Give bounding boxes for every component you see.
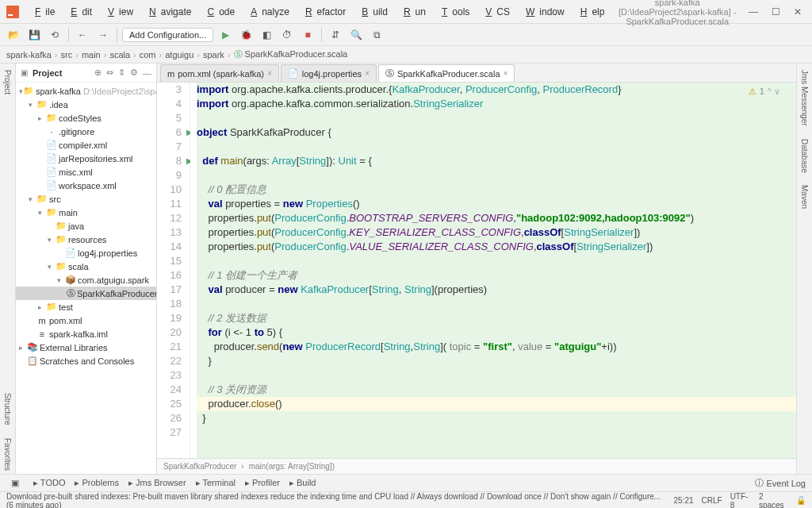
tool-tab-structure[interactable]: Structure xyxy=(3,390,12,429)
code-line[interactable]: } xyxy=(197,411,796,425)
menu-analyze[interactable]: Analyze xyxy=(241,5,294,19)
tree-item[interactable]: ▾📁.idea xyxy=(16,98,156,111)
tool-tab-jms[interactable]: Jms Messenger xyxy=(800,67,809,129)
tree-item[interactable]: ▸📚External Libraries xyxy=(16,341,156,354)
tool-problems[interactable]: ▸ Problems xyxy=(75,478,119,488)
tree-item[interactable]: ▾📦com.atguigu.spark xyxy=(16,273,156,287)
tree-item[interactable]: 📄misc.xml xyxy=(16,165,156,179)
back-icon[interactable]: ← xyxy=(74,26,91,44)
tree-item[interactable]: mpom.xml xyxy=(16,314,156,327)
code-editor[interactable]: 3456▶78▶91011121314151617181920212223242… xyxy=(157,83,796,458)
menu-tools[interactable]: Tools xyxy=(432,5,474,19)
tool-terminal[interactable]: ▸ Terminal xyxy=(196,478,236,488)
breadcrumb-item[interactable]: spark xyxy=(203,50,224,60)
crumb-class[interactable]: SparkKafkaProducer xyxy=(163,462,236,471)
tree-item[interactable]: ▾📁spark-kafka D:\IdeaProject2\spark-ka xyxy=(16,84,156,98)
stop-icon[interactable]: ■ xyxy=(299,26,316,44)
collapse-all-icon[interactable]: ⇕ xyxy=(118,67,125,78)
code-line[interactable]: // 3 关闭资源 xyxy=(197,383,796,397)
menu-refactor[interactable]: Refactor xyxy=(296,5,350,19)
menu-view[interactable]: View xyxy=(98,5,138,19)
menu-help[interactable]: Help xyxy=(571,5,610,19)
code-line[interactable]: producer.close() xyxy=(197,397,796,411)
code-line[interactable]: def main(args: Array[String]): Unit = { xyxy=(197,154,796,168)
tree-item[interactable]: 📄log4j.properties xyxy=(16,246,156,260)
file-encoding[interactable]: UTF-8 xyxy=(730,492,751,509)
menu-window[interactable]: Window xyxy=(516,5,569,19)
code-line[interactable]: // 2 发送数据 xyxy=(197,311,796,325)
breadcrumb-item[interactable]: src xyxy=(61,50,73,60)
vcs-icon[interactable]: ⇵ xyxy=(327,26,344,44)
menu-code[interactable]: Code xyxy=(197,5,239,19)
tree-item[interactable]: ≡spark-kafka.iml xyxy=(16,327,156,341)
code-line[interactable]: properties.put(ProducerConfig.BOOTSTRAP_… xyxy=(197,211,796,225)
tool-profiler[interactable]: ▸ Profiler xyxy=(245,478,280,488)
status-message[interactable]: Download pre-built shared indexes: Pre-b… xyxy=(6,492,665,509)
tree-item[interactable]: 📄jarRepositories.xml xyxy=(16,152,156,165)
code-line[interactable]: producer.send(new ProducerRecord[String,… xyxy=(197,340,796,354)
readonly-icon[interactable]: 🔓 xyxy=(796,496,806,505)
code-line[interactable] xyxy=(197,425,796,440)
code-line[interactable]: val producer = new KafkaProducer[String,… xyxy=(197,283,796,297)
code-line[interactable] xyxy=(197,168,796,183)
menu-edit[interactable]: Edit xyxy=(61,5,97,19)
line-separator[interactable]: CRLF xyxy=(702,496,722,505)
code-line[interactable]: } xyxy=(197,354,796,368)
tool-tab-project[interactable]: Project xyxy=(3,67,12,98)
code-line[interactable]: import org.apache.kafka.clients.producer… xyxy=(197,83,796,97)
tool-tab-database[interactable]: Database xyxy=(800,136,809,176)
coverage-icon[interactable]: ◧ xyxy=(258,26,275,44)
breadcrumb-item[interactable]: spark-kafka xyxy=(6,50,52,60)
tree-item[interactable]: 📁java xyxy=(16,219,156,233)
open-icon[interactable]: 📂 xyxy=(5,26,22,44)
tree-item[interactable]: 📋Scratches and Consoles xyxy=(16,354,156,368)
reload-icon[interactable]: ⟲ xyxy=(46,26,63,44)
tree-item[interactable]: ⓈSparkKafkaProducer xyxy=(16,287,156,300)
editor-body[interactable]: ⚠1 ^ ∨ import org.apache.kafka.clients.p… xyxy=(190,83,796,458)
close-button[interactable]: ✕ xyxy=(790,6,806,17)
code-line[interactable] xyxy=(197,297,796,311)
select-opened-file-icon[interactable]: ⊕ xyxy=(94,67,102,78)
tool-todo[interactable]: ▸ TODO xyxy=(33,478,65,488)
code-line[interactable] xyxy=(197,254,796,268)
code-line[interactable] xyxy=(197,111,796,125)
save-icon[interactable]: 💾 xyxy=(25,26,43,44)
settings-icon[interactable]: ⚙ xyxy=(130,67,138,78)
minimize-button[interactable]: — xyxy=(745,6,761,17)
menu-build[interactable]: Build xyxy=(352,5,393,19)
expand-all-icon[interactable]: ⇔ xyxy=(106,67,113,78)
tree-item[interactable]: ▾📁resources xyxy=(16,233,156,246)
breadcrumb-item[interactable]: com xyxy=(140,50,156,60)
tree-item[interactable]: ▾📁main xyxy=(16,206,156,219)
tool-jms-browser[interactable]: ▸ Jms Browser xyxy=(128,478,186,488)
code-line[interactable]: properties.put(ProducerConfig.KEY_SERIAL… xyxy=(197,225,796,240)
inspection-indicator[interactable]: ⚠1 ^ ∨ xyxy=(749,84,780,98)
editor-tab[interactable]: ⓈSparkKafkaProducer.scala× xyxy=(378,64,515,82)
breadcrumb-item[interactable]: Ⓢ SparkKafkaProducer.scala xyxy=(234,48,348,60)
hide-icon[interactable]: — xyxy=(143,68,151,78)
search-icon[interactable]: 🔍 xyxy=(347,26,365,44)
code-line[interactable] xyxy=(197,368,796,383)
project-tree[interactable]: ▾📁spark-kafka D:\IdeaProject2\spark-ka▾📁… xyxy=(16,83,156,474)
code-line[interactable] xyxy=(197,140,796,154)
code-line[interactable]: import org.apache.kafka.common.serializa… xyxy=(197,97,796,111)
code-line[interactable]: // 1 创建一个生产者 xyxy=(197,268,796,283)
code-line[interactable]: for (i <- 1 to 5) { xyxy=(197,325,796,340)
tree-item[interactable]: ·.gitignore xyxy=(16,125,156,138)
menu-vcs[interactable]: VCS xyxy=(476,5,515,19)
code-line[interactable]: object SparkKafkaProducer { xyxy=(197,125,796,140)
tree-item[interactable]: ▸📁codeStyles xyxy=(16,111,156,125)
maximize-button[interactable]: ☐ xyxy=(768,6,783,17)
tree-item[interactable]: 📄compiler.xml xyxy=(16,138,156,152)
cursor-position[interactable]: 25:21 xyxy=(673,496,693,505)
code-line[interactable]: val properties = new Properties() xyxy=(197,197,796,211)
structure-icon[interactable]: ⧉ xyxy=(368,26,385,44)
editor-tab[interactable]: 📄log4j.properties× xyxy=(281,64,377,82)
crumb-method[interactable]: main(args: Array[String]) xyxy=(249,462,335,471)
menu-file[interactable]: File xyxy=(25,5,59,19)
tool-build[interactable]: ▸ Build xyxy=(289,478,316,488)
event-log-button[interactable]: ⓘ Event Log xyxy=(755,477,806,489)
editor-gutter[interactable]: 3456▶78▶91011121314151617181920212223242… xyxy=(157,83,190,458)
tree-item[interactable]: ▸📁test xyxy=(16,300,156,314)
breadcrumb-item[interactable]: scala xyxy=(109,50,130,60)
